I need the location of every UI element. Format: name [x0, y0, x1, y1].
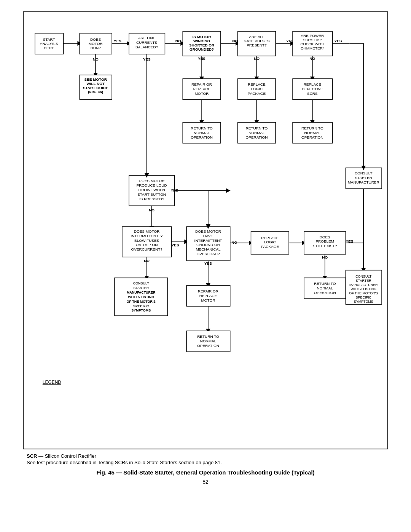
see-motor-text1: SEE MOTOR — [84, 77, 107, 81]
does-motor-run-text3: RUN? — [91, 46, 101, 50]
start-text2: ANALYSIS — [40, 42, 58, 46]
label-yes-intermit: YES — [171, 243, 179, 247]
replace-logic2-text3: PACKAGE — [261, 244, 279, 249]
repair-text1: REPAIR OR — [191, 82, 212, 86]
legend-scr: SCR — Silicon Control Rectifier — [27, 453, 396, 459]
scr-text: Silicon Control Rectifier — [45, 453, 96, 459]
listing-text4: WITH A LISTING — [128, 295, 154, 299]
have-text5: MECHANICAL — [196, 247, 221, 251]
winding-text3: SHORTED OR — [189, 43, 214, 47]
consult2-text4: WITH A LISTING — [350, 287, 376, 291]
repair2-text3: MOTOR — [201, 298, 215, 302]
intermit-text3: BLOW FUSES — [134, 238, 159, 243]
intermit-text2: INTERMITTENTLY — [131, 234, 163, 238]
consult2-text2: STARTER — [356, 279, 371, 283]
problem-text1: DOES — [320, 235, 331, 239]
see-motor-text2: WILL NOT — [86, 81, 105, 86]
return2-text1: RETURN TO — [246, 126, 268, 130]
defective-text2: DEFECTIVE — [302, 87, 323, 91]
return4-text2: NORMAL — [200, 339, 217, 343]
have-text2: HAVE — [203, 234, 213, 238]
scrs-text1: ARE POWER — [301, 34, 324, 38]
growl-text3: GROWL WHEN — [138, 188, 165, 192]
flowchart-svg: .box-text { font-family: Arial, sans-ser… — [24, 12, 387, 449]
legend-label: LEGEND — [43, 380, 61, 385]
return5-text3: OPERATION — [314, 291, 336, 295]
page-container: .box-text { font-family: Arial, sans-ser… — [15, 11, 396, 485]
figure-caption: Fig. 45 — Solid-State Starter, General O… — [15, 469, 396, 476]
legend-note: See test procedure described in Testing … — [27, 460, 396, 465]
return3-text2: NORMAL — [304, 131, 321, 135]
page-number: 82 — [15, 479, 396, 485]
growl-text1: DOES MOTOR — [139, 179, 165, 183]
are-line-text3: BALANCED? — [135, 45, 158, 49]
scrs-text2: SCRS OK? — [303, 38, 322, 42]
return2-text2: NORMAL — [249, 131, 265, 135]
listing-text6: SPECIFIC — [133, 304, 149, 308]
return5-text2: NORMAL — [317, 286, 333, 290]
consult-starter1-text1: CONSULT — [355, 171, 373, 175]
start-text: START — [43, 37, 55, 42]
scrs-text3: CHECK WITH — [300, 42, 324, 46]
problem-text2: PROBLEM — [315, 240, 334, 244]
problem-text3: STILL EXIST? — [313, 244, 337, 248]
winding-text1: IS MOTOR — [193, 35, 211, 39]
replace-logic1-text2: LOGIC — [251, 87, 263, 91]
winding-text2: WINDING — [193, 39, 210, 43]
scr-dash: — — [38, 453, 43, 459]
scrs-text4: OHMMETER* — [301, 46, 324, 50]
legend-area: SCR — Silicon Control Rectifier See test… — [27, 453, 396, 465]
label-no-have: NO — [231, 240, 237, 244]
replace-logic2-text2: LOGIC — [264, 240, 276, 244]
consult2-text6: SPECIFIC — [356, 296, 372, 299]
have-text6: OVERLOAD? — [197, 252, 220, 256]
defective-text1: REPLACE — [304, 82, 322, 86]
listing-text7: SYMPTOMS — [131, 308, 151, 312]
listing-text5: OF THE MOTOR'S — [126, 300, 156, 304]
diagram-area: .box-text { font-family: Arial, sans-ser… — [23, 11, 388, 449]
have-text3: INTERMITTENT — [194, 238, 222, 243]
return1-text3: OPERATION — [191, 135, 213, 139]
intermit-text5: OVERCURRENT? — [131, 247, 163, 251]
does-motor-run-text2: MOTOR — [89, 42, 103, 46]
repair2-text1: REPAIR OR — [198, 289, 218, 293]
label-yes-1: YES — [114, 39, 121, 43]
repair2-text2: REPLACE — [199, 294, 217, 298]
are-line-text2: CURRENTS — [136, 40, 158, 45]
gate-text1: ARE ALL — [249, 35, 264, 39]
return3-text1: RETURN TO — [301, 126, 323, 130]
label-no-1: NO — [175, 39, 181, 43]
consult2-text5: OF THE MOTOR'S — [349, 291, 378, 295]
label-no-2: NO — [232, 39, 238, 43]
listing-text1: CONSULT — [133, 281, 150, 285]
return4-text1: RETURN TO — [197, 334, 219, 339]
label-yes-growl: YES — [170, 188, 178, 192]
return3-text3: OPERATION — [301, 135, 323, 139]
growl-text2: PRODUCE LOUD — [137, 183, 167, 187]
consult-starter1-text2: STARTER — [355, 176, 372, 180]
consult2-text3: MANUFACTURER — [349, 283, 378, 287]
intermit-text1: DOES MOTOR — [134, 229, 160, 233]
consult2-text7: SYMPTOMS — [354, 300, 373, 304]
growl-text4: START BUTTON — [137, 192, 166, 197]
replace-logic2-text1: REPLACE — [261, 236, 279, 240]
repair-text3: MOTOR — [195, 91, 209, 96]
intermit-text4: OR TRIP ON — [136, 243, 158, 247]
are-line-text1: ARE LINE — [138, 36, 156, 40]
repair-text2: REPLACE — [193, 87, 211, 91]
scr-abbr: SCR — [27, 453, 37, 459]
replace-logic1-text1: REPLACE — [248, 82, 266, 86]
see-motor-text3: START GUIDE — [83, 86, 108, 90]
have-text1: DOES MOTOR — [195, 229, 221, 233]
start-text3: HERE — [44, 46, 54, 50]
consult2-text1: CONSULT — [355, 275, 372, 278]
return1-text1: RETURN TO — [191, 126, 213, 130]
listing-text3: MANUFACTURER — [127, 291, 156, 294]
gate-text2: GATE PULSES — [244, 39, 270, 43]
defective-text3: SCRS — [307, 91, 318, 96]
note-text: See test procedure described in Testing … — [27, 460, 222, 465]
have-text4: GROUND OR — [196, 243, 220, 247]
does-motor-run-text1: DOES — [90, 37, 101, 42]
label-yes-3: YES — [335, 39, 342, 43]
consult-starter1-text3: MANUFACTURER — [348, 180, 379, 184]
